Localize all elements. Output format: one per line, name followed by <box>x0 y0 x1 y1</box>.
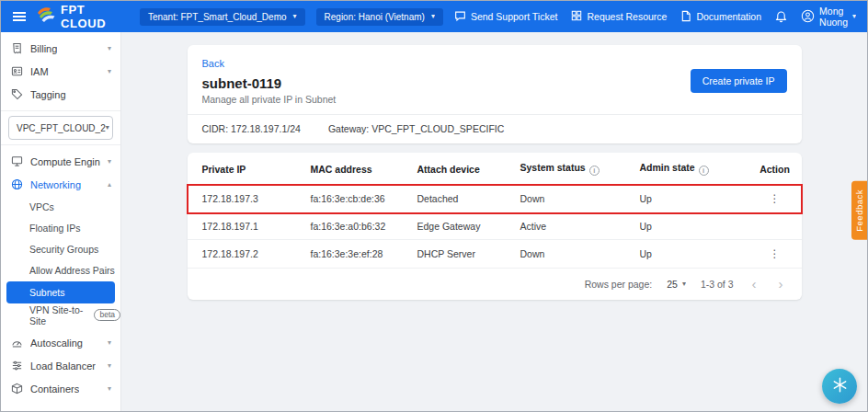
sidebar-item-allow-address-pairs[interactable]: Allow Address Pairs <box>1 259 120 280</box>
cell-admin-state: Up <box>640 185 752 213</box>
main-content: Back subnet-0119 Manage all private IP i… <box>121 32 867 411</box>
table-pagination: Rows per page: 25 ▾ 1-3 of 3 ‹ › <box>188 269 802 300</box>
cell-system-status: Down <box>520 185 640 213</box>
notifications-bell-icon[interactable] <box>775 10 787 23</box>
topbar: FPT CLOUD Tenant: FPT_Smart_Cloud_Demo ▾… <box>1 1 867 32</box>
private-ip-table: Private IP MAC address Attach device Sys… <box>188 153 802 269</box>
divider <box>1 110 120 111</box>
row-actions-button[interactable]: ⋮ <box>764 192 786 205</box>
sidebar-item-label: Floating IPs <box>29 223 80 234</box>
sidebar-item-load-balancer[interactable]: Load Balancer ▾ <box>1 354 120 377</box>
resource-grid-icon <box>571 10 582 23</box>
info-icon[interactable]: i <box>699 166 709 176</box>
sidebar-item-label: Networking <box>30 179 81 190</box>
cell-private-ip: 172.18.197.3 <box>188 185 311 213</box>
sidebar-item-iam[interactable]: IAM ▾ <box>1 60 120 83</box>
sidebar-item-label: IAM <box>30 66 49 77</box>
support-ticket-icon <box>454 10 466 24</box>
feedback-tab[interactable]: Feedback <box>851 181 867 240</box>
divider <box>1 144 120 145</box>
column-header-system-status: System statusi <box>520 153 640 185</box>
table-row[interactable]: 172.18.197.1 fa:16:3e:a0:b6:32 Edge Gate… <box>188 213 802 240</box>
sidebar-item-label: Subnets <box>29 287 65 298</box>
support-ticket-label: Send Support Ticket <box>471 11 558 22</box>
cell-attach-device: DHCP Server <box>417 240 520 269</box>
sidebar: Billing ▾ IAM ▾ Tagging VPC_FPT_CLOUD_2 … <box>1 32 121 411</box>
column-header-private-ip: Private IP <box>188 153 311 185</box>
autoscaling-icon <box>10 337 23 349</box>
chevron-down-icon: ▾ <box>108 44 111 52</box>
chevron-down-icon: ▾ <box>108 361 111 370</box>
cell-mac-address: fa:16:3e:a0:b6:32 <box>311 213 417 240</box>
cell-system-status: Down <box>520 240 640 269</box>
info-icon[interactable]: i <box>589 166 600 176</box>
app-window: FPT CLOUD Tenant: FPT_Smart_Cloud_Demo ▾… <box>0 0 868 412</box>
fpt-logo-icon <box>38 7 55 26</box>
user-menu[interactable]: Mong Nuong ▾ <box>801 6 856 28</box>
sidebar-item-billing[interactable]: Billing ▾ <box>1 37 120 60</box>
tenant-selector[interactable]: Tenant: FPT_Smart_Cloud_Demo ▾ <box>140 8 305 26</box>
sidebar-item-security-groups[interactable]: Security Groups <box>1 238 120 259</box>
beta-badge: beta <box>94 309 120 322</box>
sidebar-item-subnets[interactable]: Subnets <box>6 281 115 303</box>
chevron-down-icon: ▾ <box>108 384 111 393</box>
sidebar-item-networking[interactable]: Networking ▴ <box>1 173 120 196</box>
table-row-highlighted[interactable]: 172.18.197.3 fa:16:3e:cb:de:36 Detached … <box>188 185 802 213</box>
rows-per-page-select[interactable]: 25 ▾ <box>667 279 686 290</box>
cell-private-ip: 172.18.197.2 <box>188 240 311 269</box>
tenant-label: Tenant: FPT_Smart_Cloud_Demo <box>148 12 287 22</box>
sidebar-item-autoscaling[interactable]: Autoscaling ▾ <box>1 331 120 354</box>
back-link[interactable]: Back <box>202 58 224 69</box>
column-header-action: Action <box>752 153 802 185</box>
chat-assistant-button[interactable] <box>822 369 857 404</box>
menu-icon[interactable] <box>12 8 27 25</box>
brand-name: FPT CLOUD <box>61 3 123 30</box>
chevron-up-icon: ▴ <box>108 180 111 189</box>
create-private-ip-button[interactable]: Create private IP <box>691 69 787 93</box>
rows-per-page-value: 25 <box>667 279 678 290</box>
sidebar-item-vpcs[interactable]: VPCs <box>1 196 120 217</box>
vpc-selector[interactable]: VPC_FPT_CLOUD_2 ▾ <box>8 116 113 140</box>
caret-down-icon: ▾ <box>431 13 435 20</box>
cell-system-status: Active <box>520 213 640 240</box>
row-actions-button[interactable]: ⋮ <box>764 247 786 260</box>
region-selector[interactable]: Region: Hanoi (Vietnam) ▾ <box>316 8 443 26</box>
sidebar-item-label: Containers <box>30 383 79 395</box>
chevron-down-icon: ▾ <box>108 338 111 347</box>
region-label: Region: Hanoi (Vietnam) <box>325 12 425 22</box>
request-resource-label: Request Resource <box>587 11 667 22</box>
sidebar-item-label: VPN Site-to-Site <box>29 304 89 326</box>
sidebar-item-tagging[interactable]: Tagging <box>1 83 120 106</box>
prev-page-button[interactable]: ‹ <box>748 277 760 291</box>
cell-mac-address: fa:16:3e:cb:de:36 <box>311 185 417 213</box>
column-header-admin-state: Admin statei <box>640 153 752 185</box>
chevron-down-icon: ▾ <box>108 67 111 75</box>
send-support-ticket-link[interactable]: Send Support Ticket <box>454 10 558 24</box>
load-balancer-icon <box>10 360 23 372</box>
caret-down-icon: ▾ <box>293 13 297 20</box>
table-row[interactable]: 172.18.197.2 fa:16:3e:3e:ef:28 DHCP Serv… <box>188 240 802 269</box>
sidebar-item-label: Load Balancer <box>30 360 96 372</box>
vpc-selector-value: VPC_FPT_CLOUD_2 <box>17 123 106 133</box>
sidebar-item-label: Autoscaling <box>30 338 83 349</box>
cell-attach-device: Edge Gateway <box>417 213 520 240</box>
documentation-link[interactable]: Documentation <box>680 10 761 24</box>
sidebar-item-vpn-site-to-site[interactable]: VPN Site-to-Site beta <box>1 304 120 326</box>
private-ip-table-card: Private IP MAC address Attach device Sys… <box>188 153 802 300</box>
user-name: Mong Nuong <box>819 6 848 28</box>
sidebar-item-floating-ips[interactable]: Floating IPs <box>1 217 120 238</box>
sidebar-item-compute-engine[interactable]: Compute Engine ▾ <box>1 150 120 173</box>
caret-down-icon: ▾ <box>852 13 856 20</box>
column-header-mac-address: MAC address <box>311 153 417 185</box>
sidebar-item-label: Allow Address Pairs <box>29 265 115 276</box>
cidr-value: CIDR: 172.18.197.1/24 <box>202 123 301 134</box>
sidebar-item-containers[interactable]: Containers ▾ <box>1 377 120 400</box>
next-page-button[interactable]: › <box>775 277 787 291</box>
iam-icon <box>10 65 23 77</box>
gateway-value: Gateway: VPC_FPT_CLOUD_SPECIFIC <box>328 123 504 134</box>
sidebar-item-label: Tagging <box>30 89 66 100</box>
request-resource-link[interactable]: Request Resource <box>571 10 667 23</box>
subnet-header-card: Back subnet-0119 Manage all private IP i… <box>188 45 802 143</box>
rows-per-page-label: Rows per page: <box>585 279 653 290</box>
cell-admin-state: Up <box>640 213 752 240</box>
